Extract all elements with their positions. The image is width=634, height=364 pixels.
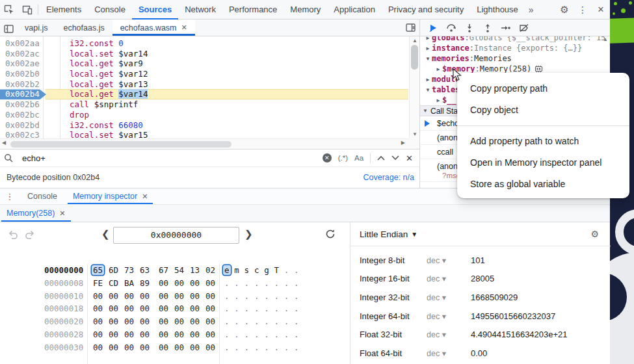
hex-byte[interactable]: 00 [190,291,200,301]
code-line[interactable]: 0x002aai32.const 0 [0,38,409,49]
regex-toggle[interactable]: (.*) [338,154,348,162]
next-page-icon[interactable]: ❯ [244,228,253,240]
resume-script-icon[interactable] [425,21,441,35]
coverage-link[interactable]: Coverage: n/a [363,173,414,182]
hex-byte[interactable]: 00 [205,317,215,326]
close-file-tab-icon[interactable]: ✕ [181,23,187,32]
scope-row-globals[interactable]: ▶globals: Globals {$__stack_pointer: 15 [420,36,610,43]
hex-byte[interactable]: 00 [190,278,200,288]
value-settings-gear-icon[interactable]: ⚙ [590,229,599,239]
hex-byte[interactable]: 00 [159,278,168,288]
tab-memory[interactable]: Memory [284,0,327,20]
tab-console[interactable]: Console [88,0,132,20]
ascii-char[interactable]: . [244,278,250,288]
code-line[interactable]: 0x002aelocal.get $var9 [0,58,409,69]
ascii-char[interactable]: . [234,330,239,339]
triangle-collapsed-icon[interactable]: ▶ [434,66,442,72]
hex-byte[interactable]: 00 [174,317,184,326]
hex-byte[interactable]: 6D [109,265,118,275]
hex-byte[interactable]: 13 [190,265,200,275]
ascii-char[interactable]: . [224,278,230,288]
ascii-char[interactable]: . [284,291,289,301]
hex-byte[interactable]: 89 [140,278,150,288]
ascii-char[interactable]: . [254,291,259,301]
toggle-debugger-sidebar-icon[interactable] [401,19,419,37]
ascii-char[interactable]: . [274,304,280,313]
value-format-select[interactable]: dec ▾ [427,330,471,339]
ascii-char[interactable]: . [284,278,289,288]
hex-byte[interactable]: 00 [174,278,184,288]
ascii-char[interactable]: . [254,304,259,313]
address-input[interactable]: 0x00000000 [113,227,239,244]
ascii-char[interactable]: . [244,291,250,301]
menu-item-add-property-path-to-watch[interactable]: Add property path to watch [457,131,629,152]
ascii-char[interactable]: . [294,317,299,326]
previous-page-icon[interactable]: ❮ [101,228,110,240]
triangle-expanded-icon[interactable]: ▼ [424,56,432,62]
hex-byte[interactable]: 00 [159,343,168,352]
hex-byte[interactable]: 00 [124,343,134,352]
ascii-char[interactable]: . [254,278,259,288]
ascii-char[interactable]: m [234,265,239,275]
menu-item-copy-property-path[interactable]: Copy property path [457,78,629,99]
hex-byte[interactable]: 00 [190,343,200,352]
ascii-char[interactable]: . [294,278,299,288]
hex-byte[interactable]: 00 [205,304,215,313]
hex-byte[interactable]: 00 [124,291,134,301]
hex-byte[interactable]: 67 [159,265,168,275]
ascii-char[interactable]: . [274,291,280,301]
settings-gear-icon[interactable]: ⚙ [555,1,574,19]
tab-privacy-and-security[interactable]: Privacy and security [382,0,470,20]
menu-item-store-as-global-variable[interactable]: Store as global variable [457,174,629,195]
inspect-element-icon[interactable] [0,1,18,19]
device-toolbar-icon[interactable] [18,1,36,19]
ascii-char[interactable]: . [264,291,269,301]
hex-byte[interactable]: 00 [159,304,168,313]
hex-byte[interactable]: 00 [174,343,184,352]
hex-byte[interactable]: 00 [124,304,134,313]
ascii-char[interactable]: . [264,304,269,313]
hex-byte[interactable]: 00 [93,317,103,326]
ascii-char[interactable]: . [294,343,299,352]
hex-byte[interactable]: 00 [140,317,150,326]
hex-row[interactable]: 00000000656D736367541302emscgT.. [0,264,350,277]
hex-byte[interactable]: 00 [109,343,118,352]
triangle-collapsed-icon[interactable]: ▶ [424,46,432,51]
ascii-char[interactable]: . [234,317,239,326]
ascii-char[interactable]: . [224,317,230,326]
hex-byte[interactable]: 00 [93,291,103,301]
ascii-char[interactable]: . [264,278,269,288]
hex-byte[interactable]: 00 [93,304,103,313]
ascii-char[interactable]: . [224,304,230,313]
triangle-collapsed-icon[interactable]: ▶ [424,77,432,83]
ascii-char[interactable]: . [224,291,230,301]
hex-byte[interactable]: 00 [140,343,150,352]
step-over-icon[interactable] [443,21,459,35]
tab-sources[interactable]: Sources [132,0,178,20]
file-tab-vapi-js[interactable]: vapi.js [17,20,55,36]
ascii-char[interactable]: . [264,343,269,352]
menu-item-copy-object[interactable]: Copy object [457,99,629,121]
close-drawer-tab-icon[interactable]: ✕ [142,192,148,201]
scope-row-instance[interactable]: ▶instance: Instance {exports: {…}} [420,43,610,53]
hex-byte[interactable]: 00 [174,330,184,339]
hex-byte[interactable]: 00 [109,304,118,313]
search-previous-icon[interactable] [377,155,385,161]
ascii-char[interactable]: . [274,317,280,326]
ascii-char[interactable]: . [224,330,230,339]
ascii-char[interactable]: c [254,265,259,275]
drawer-tab-console[interactable]: Console [20,188,65,204]
step-out-icon[interactable] [480,21,495,35]
step-into-icon[interactable] [462,21,477,35]
code-horizontal-scrollbar[interactable]: ◀ ▶ [0,138,409,149]
hex-dump-grid[interactable]: 00000000656D736367541302emscgT..00000008… [0,264,350,364]
code-line[interactable]: 0x002b0local.get $var12 [0,69,409,79]
toggle-navigator-sidebar-icon[interactable] [0,20,17,38]
ascii-char[interactable]: . [244,330,250,339]
code-line[interactable]: 0x002b2local.get $var13 [0,79,409,90]
hex-row[interactable]: 000000200000000000000000........ [0,315,350,328]
hex-byte[interactable]: 00 [109,291,118,301]
triangle-collapsed-icon[interactable]: ▶ [434,98,442,103]
match-case-toggle[interactable]: Aa [354,154,363,162]
ascii-char[interactable]: . [234,343,239,352]
